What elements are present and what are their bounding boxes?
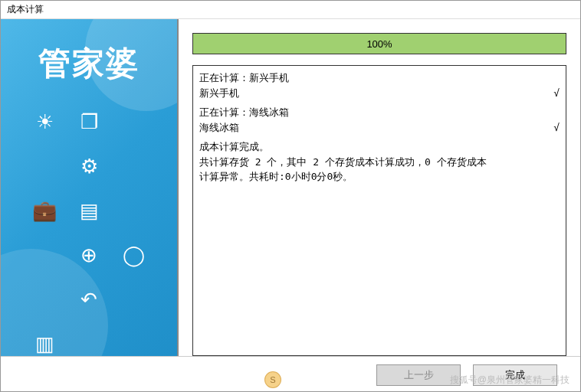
log-line: 计算异常。共耗时:0小时0分0秒。 [199, 169, 353, 185]
content-area: 管家婆 ☀ ❐ ⚙ 💼 ▤ ⊕ ◯ ↶ ▥ ✡ ◔ ⊖ [1, 19, 580, 356]
check-icon: √ [553, 120, 560, 136]
blank [22, 284, 67, 315]
blank [67, 328, 111, 356]
window-title: 成本计算 [7, 4, 44, 15]
stack-icon: ❐ [67, 106, 111, 137]
globe-icon: ⊕ [67, 240, 111, 270]
undo-icon: ↶ [67, 284, 111, 315]
barchart-icon: ▥ [22, 328, 67, 356]
window-titlebar: 成本计算 [1, 1, 580, 19]
main-panel: 100% 正在计算：新兴手机 新兴手机√ 正在计算：海线冰箱 海线冰箱√ 成本计… [179, 19, 580, 356]
log-box: 正在计算：新兴手机 新兴手机√ 正在计算：海线冰箱 海线冰箱√ 成本计算完成。 … [192, 65, 566, 356]
blank [111, 328, 156, 356]
icon-grid: ☀ ❐ ⚙ 💼 ▤ ⊕ ◯ ↶ ▥ ✡ ◔ ⊖ [1, 100, 177, 356]
blank [111, 106, 156, 137]
blank [111, 195, 156, 226]
sidebar-panel: 管家婆 ☀ ❐ ⚙ 💼 ▤ ⊕ ◯ ↶ ▥ ✡ ◔ ⊖ [1, 19, 179, 356]
briefcase-icon: 💼 [22, 195, 67, 226]
ring-icon: ◯ [111, 240, 156, 270]
log-line: 正在计算：海线冰箱 [199, 105, 289, 120]
progress-text: 100% [366, 38, 392, 50]
gear-icon: ⚙ [67, 151, 111, 181]
app-logo: 管家婆 [1, 19, 177, 100]
progress-bar: 100% [192, 33, 566, 54]
blank [22, 151, 67, 181]
sun-icon: ☀ [22, 106, 67, 137]
blank [111, 151, 156, 181]
log-line: 海线冰箱 [199, 120, 239, 136]
blank [111, 284, 156, 315]
log-line: 成本计算完成。 [199, 139, 269, 155]
wallet-icon: ▤ [67, 195, 111, 226]
log-line: 新兴手机 [199, 86, 239, 101]
button-bar: 上一步 完成 [1, 356, 580, 392]
blank [22, 240, 67, 270]
done-button[interactable]: 完成 [473, 364, 557, 386]
prev-button: 上一步 [376, 364, 461, 386]
log-line: 正在计算：新兴手机 [199, 70, 289, 86]
check-icon: √ [553, 86, 560, 101]
log-line: 共计算存货 2 个，其中 2 个存货成本计算成功，0 个存货成本 [199, 155, 487, 170]
